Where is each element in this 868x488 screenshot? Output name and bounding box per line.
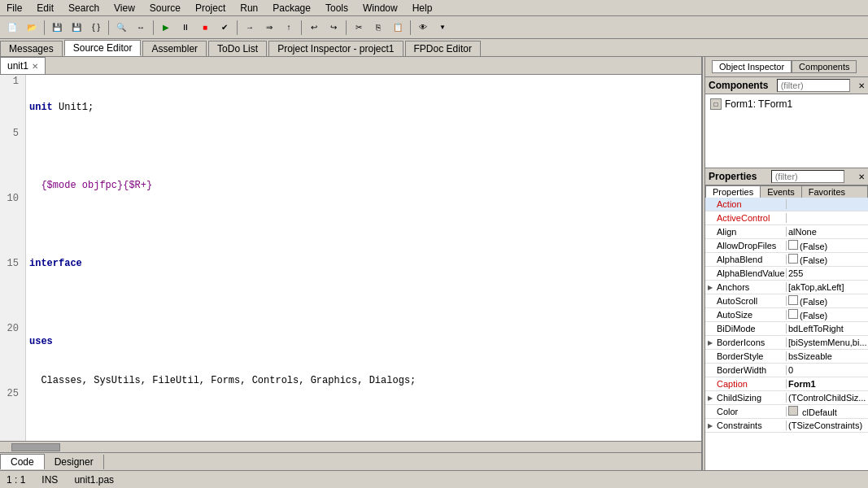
prop-row-autosize[interactable]: AutoSize (False) <box>705 308 868 322</box>
menu-help[interactable]: Help <box>409 2 436 14</box>
checkbox-allowdropfiles[interactable] <box>788 240 798 250</box>
prop-row-childsizing[interactable]: ▶ ChildSizing (TControlChildSiz... <box>705 391 868 405</box>
toolbar-check[interactable]: ✔ <box>216 19 233 37</box>
code-content[interactable]: unit Unit1; {$mode objfpc}{$R+} interfac… <box>26 75 701 441</box>
checkbox-alphablend[interactable] <box>788 254 798 264</box>
prop-expand-caption <box>705 377 715 390</box>
components-filter[interactable] <box>777 79 850 92</box>
prop-expand-childsizing[interactable]: ▶ <box>705 391 715 404</box>
menu-search[interactable]: Search <box>65 2 103 14</box>
menu-view[interactable]: View <box>111 2 138 14</box>
ln-2 <box>3 88 22 101</box>
form-icon: □ <box>710 98 722 110</box>
toolbar-pause[interactable]: ⏸ <box>177 19 194 37</box>
prop-row-action[interactable]: Action <box>705 198 868 211</box>
prop-row-borderwidth[interactable]: BorderWidth 0 <box>705 364 868 377</box>
menu-source[interactable]: Source <box>146 2 184 14</box>
prop-expand-borderstyle <box>705 350 715 363</box>
tab-assembler[interactable]: Assembler <box>142 41 207 56</box>
prop-row-align[interactable]: Align alNone <box>705 225 868 239</box>
scroll-thumb-h[interactable] <box>11 443 60 451</box>
toolbar-btn3[interactable]: { } <box>87 19 105 37</box>
toolbar-replace[interactable]: ↔ <box>132 19 150 37</box>
toolbar-view1[interactable]: 👁 <box>414 19 432 37</box>
toolbar: 📄 📂 💾 💾 { } 🔍 ↔ ▶ ⏸ ■ ✔ → ⇒ ↑ ↩ ↪ ✂ ⎘ 📋 … <box>0 16 868 39</box>
toolbar-stop[interactable]: ■ <box>196 19 214 37</box>
ln-7 <box>3 153 22 166</box>
prop-row-alphablend[interactable]: AlphaBlend (False) <box>705 253 868 267</box>
prop-expand-constraints[interactable]: ▶ <box>705 419 715 432</box>
oi-tab-object-inspector[interactable]: Object Inspector <box>712 60 792 73</box>
prop-row-constraints[interactable]: ▶ Constraints (TSizeConstraints) <box>705 419 868 433</box>
toolbar-saveas[interactable]: 💾 <box>68 19 85 37</box>
prop-tab-favorites[interactable]: Favorites <box>802 186 852 198</box>
prop-row-color[interactable]: Color clDefault <box>705 405 868 419</box>
tab-source-editor[interactable]: Source Editor <box>64 40 142 56</box>
code-line-3: {$mode objfpc}{$R+} <box>29 179 698 192</box>
toolbar-new[interactable]: 📄 <box>3 19 21 37</box>
toolbar-run[interactable]: ▶ <box>157 19 175 37</box>
prop-expand-bordericons[interactable]: ▶ <box>705 336 715 349</box>
toolbar-undo[interactable]: ↩ <box>305 19 323 37</box>
editor-scrollbar-h[interactable] <box>0 441 701 452</box>
code-line-6 <box>29 296 698 309</box>
tab-fpdoc-editor[interactable]: FPDoc Editor <box>405 41 481 56</box>
bottom-tab-designer[interactable]: Designer <box>45 455 104 469</box>
toolbar-sep-4 <box>237 20 238 35</box>
toolbar-step-into[interactable]: → <box>241 19 259 37</box>
properties-filter[interactable] <box>771 170 844 183</box>
bottom-tabs: Code Designer <box>0 452 701 470</box>
checkbox-autosize[interactable] <box>788 309 798 319</box>
file-tab-close[interactable]: ✕ <box>32 62 38 71</box>
toolbar-copy[interactable]: ⎘ <box>369 19 387 37</box>
prop-row-caption[interactable]: Caption Form1 <box>705 377 868 391</box>
bottom-tab-code[interactable]: Code <box>0 454 45 469</box>
menu-file[interactable]: File <box>3 2 25 14</box>
prop-row-bidimode[interactable]: BiDiMode bdLeftToRight <box>705 322 868 336</box>
toolbar-find[interactable]: 🔍 <box>112 19 130 37</box>
checkbox-autoscroll[interactable] <box>788 295 798 305</box>
status-mode: INS <box>41 474 58 486</box>
prop-row-bordericons[interactable]: ▶ BorderIcons [biSystemMenu,bi... <box>705 336 868 350</box>
file-tab-unit1[interactable]: unit1 ✕ <box>0 57 46 74</box>
code-line-4 <box>29 218 698 231</box>
menu-project[interactable]: Project <box>192 2 229 14</box>
oi-tab-components[interactable]: Components <box>792 60 857 73</box>
prop-value-borderwidth: 0 <box>787 365 868 375</box>
prop-tab-properties[interactable]: Properties <box>706 186 761 198</box>
toolbar-view2[interactable]: ▼ <box>434 19 451 37</box>
prop-tab-events[interactable]: Events <box>761 186 802 198</box>
prop-row-autoscroll[interactable]: AutoScroll (False) <box>705 294 868 308</box>
prop-row-alphablendvalue[interactable]: AlphaBlendValue 255 <box>705 267 868 281</box>
tab-todo-list[interactable]: ToDo List <box>208 41 267 56</box>
prop-row-activecontrol[interactable]: ActiveControl <box>705 211 868 225</box>
tab-messages[interactable]: Messages <box>0 41 63 56</box>
prop-expand-autosize <box>705 308 715 321</box>
components-filter-clear[interactable]: ✕ <box>858 81 865 90</box>
prop-value-alphablend: (False) <box>787 254 868 265</box>
toolbar-redo[interactable]: ↪ <box>325 19 342 37</box>
toolbar-step-over[interactable]: ⇒ <box>260 19 278 37</box>
menu-tools[interactable]: Tools <box>322 2 351 14</box>
prop-row-allowdropfiles[interactable]: AllowDropFiles (False) <box>705 239 868 253</box>
color-swatch <box>788 406 798 416</box>
tab-project-inspector[interactable]: Project Inspector - project1 <box>268 41 403 56</box>
toolbar-open[interactable]: 📂 <box>23 19 41 37</box>
prop-row-anchors[interactable]: ▶ Anchors [akTop,akLeft] <box>705 281 868 294</box>
toolbar-sep-2 <box>108 20 109 35</box>
status-file: unit1.pas <box>74 474 114 486</box>
menu-run[interactable]: Run <box>237 2 261 14</box>
menu-window[interactable]: Window <box>360 2 401 14</box>
prop-value-bidimode: bdLeftToRight <box>787 324 868 333</box>
menu-package[interactable]: Package <box>269 2 314 14</box>
menu-edit[interactable]: Edit <box>33 2 57 14</box>
toolbar-cut[interactable]: ✂ <box>350 19 368 37</box>
prop-row-borderstyle[interactable]: BorderStyle bsSizeable <box>705 350 868 364</box>
prop-name-childsizing: ChildSizing <box>715 393 787 403</box>
prop-expand-anchors[interactable]: ▶ <box>705 281 715 294</box>
toolbar-paste[interactable]: 📋 <box>389 19 407 37</box>
component-item-form1[interactable]: □ Form1: TForm1 <box>709 98 865 111</box>
properties-filter-clear[interactable]: ✕ <box>858 172 865 181</box>
toolbar-step-out[interactable]: ↑ <box>280 19 298 37</box>
toolbar-save[interactable]: 💾 <box>48 19 66 37</box>
